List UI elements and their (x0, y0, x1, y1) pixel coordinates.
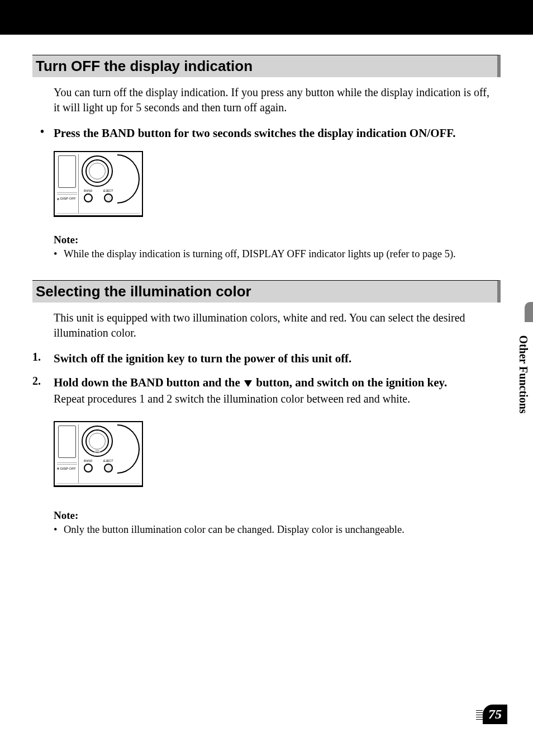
note-text: Only the button illumination color can b… (64, 523, 501, 537)
band-button-icon (84, 193, 93, 202)
note-heading: Note: (54, 509, 501, 522)
figure-1: DISP OFF BAND EJECT (54, 151, 501, 217)
note-text: While the display indication is turning … (64, 247, 501, 261)
section2-intro: This unit is equipped with two illuminat… (54, 310, 495, 341)
step-2-text-b: button, and switch on the ignition key. (253, 376, 447, 389)
down-triangle-icon (244, 380, 252, 387)
step-1: 1. Switch off the ignition key to turn t… (32, 351, 501, 366)
step-2-text: Hold down the BAND button and the button… (54, 375, 467, 390)
section1-intro: You can turn off the display indication.… (54, 85, 495, 115)
note-marker: • (54, 523, 64, 537)
section1-bullet-text: Press the BAND button for two seconds sw… (54, 125, 501, 141)
disp-off-label: DISP OFF (57, 467, 76, 470)
step-2-sub: Repeat procedures 1 and 2 switch the ill… (54, 391, 467, 407)
page-footer: 75 (476, 703, 507, 725)
volume-dial (82, 426, 113, 457)
panel-separator (78, 424, 79, 483)
step-2-text-a: Hold down the BAND button and the (54, 376, 243, 389)
page-number: 75 (483, 705, 507, 724)
panel-stripes (57, 191, 77, 195)
page-content: Turn OFF the display indication You can … (32, 55, 501, 556)
eject-label: EJECT (103, 189, 113, 192)
section-heading-display-off: Turn OFF the display indication (32, 55, 501, 77)
panel-curve (117, 154, 140, 204)
note-marker: • (54, 247, 64, 261)
band-button-icon (84, 464, 93, 472)
side-tab: Other Functions (515, 302, 533, 423)
device-panel-figure-2: DISP OFF BAND EJECT (54, 421, 143, 487)
eject-button-icon (104, 193, 113, 202)
side-tab-label: Other Functions (517, 319, 530, 431)
section-heading-illumination: Selecting the illumination color (32, 280, 501, 303)
eject-label: EJECT (103, 459, 113, 462)
down-arrow-icon (94, 448, 101, 452)
panel-separator (78, 154, 79, 213)
note-bullet: • While the display indication is turnin… (54, 247, 501, 261)
header-bar (0, 0, 533, 35)
footer-staff-lines (476, 708, 483, 720)
volume-dial (82, 155, 113, 187)
figure-2: DISP OFF BAND EJECT (54, 421, 501, 487)
note-heading: Note: (54, 234, 501, 246)
bullet-marker: • (32, 125, 54, 141)
section2-note: Note: • Only the button illumination col… (54, 509, 501, 537)
device-panel-figure: DISP OFF BAND EJECT (54, 151, 143, 217)
step-1-marker: 1. (32, 351, 54, 366)
step-2: 2. Hold down the BAND button and the but… (32, 375, 501, 407)
band-label: BAND (84, 189, 92, 192)
note-bullet: • Only the button illumination color can… (54, 523, 501, 537)
step-2-marker: 2. (32, 375, 54, 407)
panel-curve (117, 424, 140, 474)
section1-note: Note: • While the display indication is … (54, 234, 501, 261)
step-1-text: Switch off the ignition key to turn the … (54, 351, 467, 366)
eject-button-icon (104, 464, 113, 472)
section1-bullet: • Press the BAND button for two seconds … (32, 125, 501, 141)
band-label: BAND (84, 459, 92, 462)
device-screen (58, 155, 76, 188)
panel-stripes (57, 461, 77, 465)
disp-off-label: DISP OFF (57, 197, 76, 200)
device-screen (58, 426, 76, 458)
